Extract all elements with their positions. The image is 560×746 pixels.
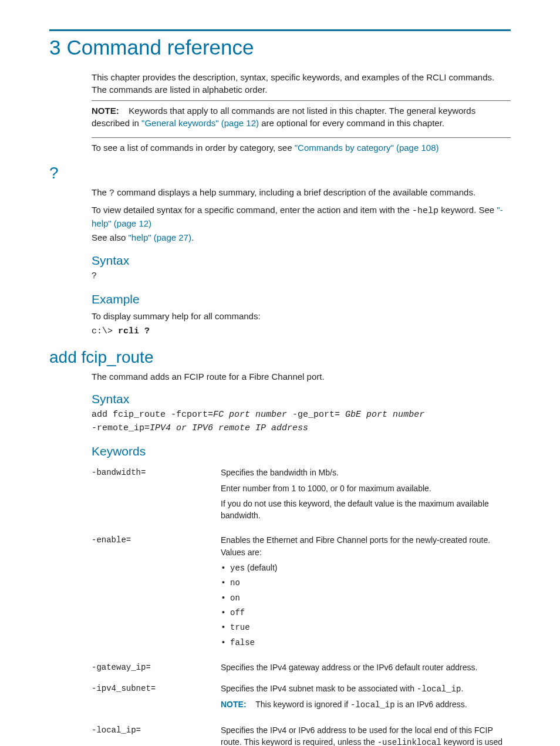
command: rcli ? — [118, 326, 150, 336]
code-arg: GbE port number — [345, 410, 424, 420]
keyword-row-bandwidth: -bandwidth= Specifies the bandwidth in M… — [92, 467, 511, 525]
q-seealso: See also "help" (page 27). — [92, 231, 511, 244]
keyword-name: -ipv4_subnet= — [92, 683, 221, 715]
option: true — [221, 621, 511, 633]
section-heading-add-fcip-route: add fcip_route — [49, 348, 511, 367]
text: keyword. See — [438, 205, 497, 215]
text: This keyword is ignored if — [255, 700, 350, 709]
keyword-row-enable: -enable= Enables the Ethernet and Fibre … — [92, 534, 511, 652]
keywords-table: -bandwidth= Specifies the bandwidth in M… — [92, 467, 511, 746]
code: add fcip_route -fcport= — [92, 410, 213, 420]
divider — [92, 137, 511, 138]
inline-code: -local_ip — [350, 700, 395, 710]
inline-code: -help — [412, 206, 438, 216]
option-value: false — [230, 638, 255, 647]
keyword-name: -bandwidth= — [92, 467, 221, 525]
keyword-desc: Specifies the IPv4 gateway address or th… — [221, 661, 511, 677]
keyword-row-local-ip: -local_ip= Specifies the IPv4 or IPv6 ad… — [92, 724, 511, 746]
text: Enter number from 1 to 1000, or 0 for ma… — [221, 482, 511, 494]
code-arg: IPV4 or IPV6 remote IP address — [150, 423, 308, 433]
text: command displays a help summary, includi… — [114, 187, 475, 197]
note-text-after: are optional for every command in this c… — [261, 118, 444, 128]
text: If you do not use this keyword, the defa… — [221, 498, 511, 522]
code-arg: FC port number — [213, 410, 287, 420]
chapter-name: Command reference — [66, 36, 254, 59]
text: . — [461, 684, 463, 693]
text: Specifies the IPv4 subnet mask to be ass… — [221, 684, 417, 693]
link-help[interactable]: "help" (page 27) — [129, 232, 191, 242]
note-block: NOTE: Keywords that apply to all command… — [92, 101, 511, 133]
chapter-number: 3 — [49, 36, 60, 59]
text: Enables the Ethernet and Fibre Channel p… — [221, 534, 511, 558]
keyword-desc: Specifies the IPv4 subnet mask to be ass… — [221, 683, 511, 715]
option: no — [221, 576, 511, 589]
text: The — [92, 187, 109, 197]
keyword-desc: Enables the Ethernet and Fibre Channel p… — [221, 534, 511, 652]
text: is an IPv6 address. — [395, 700, 467, 709]
intro-paragraph: This chapter provides the description, s… — [92, 71, 511, 96]
q-syntax-code: ? — [92, 270, 511, 283]
add-syntax-code: add fcip_route -fcport=FC port number -g… — [92, 409, 511, 435]
note-label: NOTE: — [92, 106, 119, 116]
inner-note: NOTE: This keyword is ignored if -local_… — [221, 698, 511, 711]
q-example-text: To display summary help for all commands… — [92, 310, 511, 323]
subheading-example: Example — [92, 292, 511, 306]
subheading-syntax: Syntax — [92, 392, 511, 406]
see-commands-paragraph: To see a list of commands in order by ca… — [92, 141, 511, 154]
text: Specifies the IPv4 subnet mask to be ass… — [221, 683, 511, 695]
option-value: no — [230, 578, 240, 588]
subheading-keywords: Keywords — [92, 444, 511, 458]
text: Specifies the bandwidth in Mb/s. — [221, 467, 511, 478]
option-default: (default) — [245, 563, 277, 572]
options-list: yes (default) no on off true false — [221, 562, 511, 649]
document-page: 3 Command reference This chapter provide… — [0, 0, 560, 746]
text: See also — [92, 232, 129, 242]
option-value: off — [230, 608, 245, 617]
keyword-name: -enable= — [92, 534, 221, 652]
option-value: true — [230, 623, 250, 632]
keyword-row-gateway-ip: -gateway_ip= Specifies the IPv4 gateway … — [92, 661, 511, 677]
see-text: To see a list of commands in order by ca… — [92, 143, 295, 153]
q-detail: To view detailed syntax for a specific c… — [92, 204, 511, 231]
option: off — [221, 606, 511, 619]
keyword-name: -gateway_ip= — [92, 661, 221, 677]
text: . — [191, 232, 194, 242]
code: -remote_ip= — [92, 423, 150, 433]
inline-code: -local_ip — [417, 684, 461, 694]
keyword-desc: Specifies the IPv4 or IPv6 address to be… — [221, 724, 511, 746]
note-label: NOTE: — [221, 700, 254, 709]
subheading-syntax: Syntax — [92, 254, 511, 268]
section-heading-question: ? — [49, 164, 511, 183]
link-commands-by-category[interactable]: "Commands by category" (page 108) — [295, 143, 439, 153]
inline-code: ? — [109, 188, 114, 198]
text: Specifies the IPv4 gateway address or th… — [221, 661, 511, 673]
text: Specifies the IPv4 or IPv6 address to be… — [221, 724, 511, 746]
text: To view detailed syntax for a specific c… — [92, 205, 412, 215]
q-example-code: c:\> rcli ? — [92, 325, 511, 339]
q-description: The ? command displays a help summary, i… — [92, 186, 511, 200]
keyword-desc: Specifies the bandwidth in Mb/s. Enter n… — [221, 467, 511, 525]
code: -ge_port= — [287, 410, 345, 420]
option-value: on — [230, 593, 240, 603]
top-rule — [49, 29, 511, 31]
prompt: c:\> — [92, 326, 118, 336]
keyword-name: -local_ip= — [92, 724, 221, 746]
option: on — [221, 592, 511, 604]
option: false — [221, 636, 511, 649]
link-general-keywords[interactable]: "General keywords" (page 12) — [141, 118, 259, 128]
option-value: yes — [230, 563, 245, 573]
inline-code: -uselinklocal — [377, 738, 441, 746]
option: yes (default) — [221, 562, 511, 574]
keyword-row-ipv4-subnet: -ipv4_subnet= Specifies the IPv4 subnet … — [92, 683, 511, 715]
chapter-title: 3 Command reference — [49, 36, 511, 59]
add-description: The command adds an FCIP route for a Fib… — [92, 370, 511, 383]
